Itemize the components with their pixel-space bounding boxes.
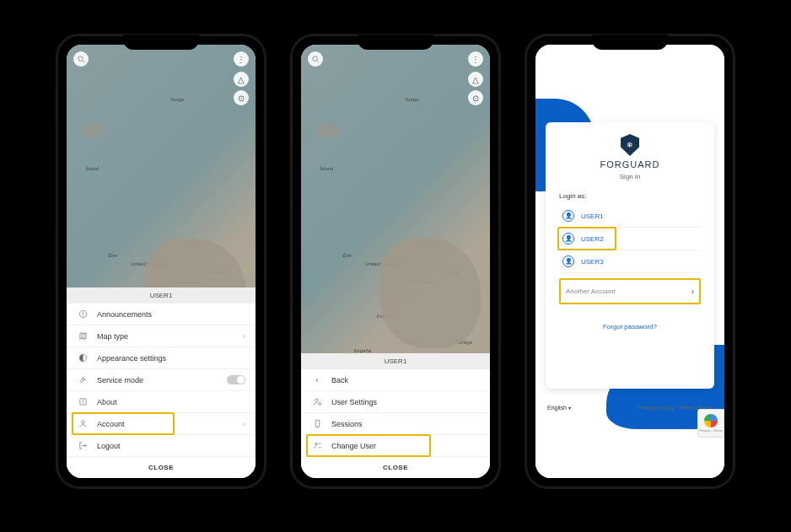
- person-icon: [77, 419, 89, 428]
- menu-logout[interactable]: Logout: [67, 435, 256, 457]
- device-icon: [311, 419, 323, 428]
- announcements-icon: [77, 309, 89, 319]
- logout-icon: [77, 441, 89, 450]
- menu-sessions[interactable]: Sessions: [301, 413, 490, 435]
- svg-point-11: [81, 421, 84, 424]
- settings-sheet: USER1 Announcements Map type › Appearanc…: [67, 287, 256, 478]
- location-icon[interactable]: ⊙: [234, 90, 249, 105]
- account-sheet: USER1 ‹ Back User Settings Sessions Chan…: [301, 353, 490, 478]
- menu-user-settings[interactable]: User Settings: [301, 391, 490, 413]
- recaptcha-icon: [704, 414, 718, 427]
- user-icon: 👤: [562, 210, 574, 222]
- user-option-1[interactable]: 👤 USER1: [559, 205, 701, 228]
- screen-2: Norge Ísland Éire United Kingdom Deutsch…: [301, 45, 490, 478]
- menu-label: Service mode: [97, 376, 227, 384]
- user-option-3[interactable]: 👤 USER3: [559, 250, 701, 273]
- menu-label: User Settings: [331, 398, 480, 406]
- user-icon: 👤: [562, 233, 574, 245]
- user-icon: 👤: [562, 255, 574, 267]
- search-icon[interactable]: [308, 51, 323, 67]
- svg-line-1: [82, 60, 83, 62]
- user-label: USER3: [581, 258, 604, 266]
- appearance-icon: [77, 353, 89, 363]
- more-icon[interactable]: ⋮: [234, 51, 249, 67]
- chevron-right-icon: ›: [243, 420, 245, 428]
- brand-name: FORGUARD: [600, 159, 660, 169]
- phone-mockup-2: Norge Ísland Éire United Kingdom Deutsch…: [290, 34, 501, 489]
- screen-1: Norge Ísland Éire United Kingdom Deutsch…: [67, 45, 256, 478]
- svg-line-14: [316, 60, 318, 62]
- sheet-header: USER1: [67, 287, 256, 304]
- menu-announcements[interactable]: Announcements: [67, 304, 256, 325]
- map-icon: [77, 331, 89, 341]
- screen-3: ❄ FORGUARD Sign in Login as: 👤 USER1 👤 U…: [535, 45, 724, 478]
- signin-label: Sign in: [620, 173, 640, 180]
- menu-service-mode[interactable]: Service mode: [67, 369, 256, 391]
- menu-label: Change User: [331, 442, 480, 450]
- phone-mockup-1: Norge Ísland Éire United Kingdom Deutsch…: [56, 34, 266, 489]
- chevron-right-icon: ›: [243, 332, 245, 341]
- menu-label: Map type: [97, 332, 243, 341]
- menu-label: Announcements: [97, 310, 245, 319]
- phone-mockup-3: ❄ FORGUARD Sign in Login as: 👤 USER1 👤 U…: [525, 34, 735, 489]
- user-option-2[interactable]: 👤 USER2: [559, 228, 701, 250]
- alert-icon[interactable]: △: [234, 72, 249, 87]
- close-button[interactable]: CLOSE: [67, 457, 256, 478]
- privacy-link[interactable]: Privacy policy: [638, 405, 674, 411]
- user-label: USER2: [581, 235, 604, 243]
- svg-point-21: [315, 443, 317, 445]
- another-account-label: Another Account: [566, 287, 616, 295]
- menu-label: Appearance settings: [97, 354, 245, 363]
- login-as-label: Login as:: [559, 192, 701, 200]
- sheet-header: USER1: [301, 353, 490, 369]
- location-icon[interactable]: ⊙: [468, 90, 483, 105]
- person-settings-icon: [311, 397, 323, 406]
- toggle-off[interactable]: [227, 375, 245, 384]
- chevron-right-icon: ›: [691, 287, 694, 296]
- close-button[interactable]: CLOSE: [301, 457, 490, 478]
- recaptcha-badge[interactable]: Privacy - Terms: [697, 409, 724, 438]
- svg-point-15: [315, 399, 318, 402]
- wrench-icon: [77, 375, 89, 384]
- menu-appearance[interactable]: Appearance settings: [67, 347, 256, 369]
- alert-icon[interactable]: △: [468, 72, 483, 87]
- footer-row: English Privacy policy · Terms of use: [547, 405, 713, 411]
- switch-user-icon: [311, 441, 323, 450]
- more-icon[interactable]: ⋮: [468, 51, 483, 67]
- menu-back[interactable]: ‹ Back: [301, 369, 490, 391]
- menu-label: Back: [331, 376, 480, 384]
- info-icon: [77, 397, 89, 406]
- menu-about[interactable]: About: [67, 391, 256, 413]
- brand-block: ❄ FORGUARD Sign in: [559, 134, 701, 180]
- another-account-button[interactable]: Another Account ›: [559, 278, 701, 304]
- user-label: USER1: [581, 212, 604, 220]
- menu-label: Logout: [97, 442, 245, 450]
- recaptcha-text: Privacy - Terms: [699, 428, 722, 433]
- search-icon[interactable]: [73, 51, 89, 67]
- menu-label: Account: [97, 420, 243, 428]
- language-selector[interactable]: English: [547, 405, 571, 411]
- menu-map-type[interactable]: Map type ›: [67, 325, 256, 347]
- shield-icon: ❄: [621, 134, 639, 156]
- svg-point-16: [318, 402, 320, 405]
- login-screen: ❄ FORGUARD Sign in Login as: 👤 USER1 👤 U…: [535, 45, 724, 478]
- svg-point-0: [78, 56, 83, 61]
- menu-label: About: [97, 398, 245, 406]
- chevron-left-icon: ‹: [311, 375, 323, 384]
- login-card: ❄ FORGUARD Sign in Login as: 👤 USER1 👤 U…: [546, 122, 714, 389]
- menu-label: Sessions: [331, 420, 480, 428]
- menu-account[interactable]: Account ›: [67, 413, 256, 435]
- menu-change-user[interactable]: Change User: [301, 435, 490, 457]
- forgot-password-link[interactable]: Forgot password?: [559, 323, 701, 330]
- svg-point-13: [312, 56, 317, 61]
